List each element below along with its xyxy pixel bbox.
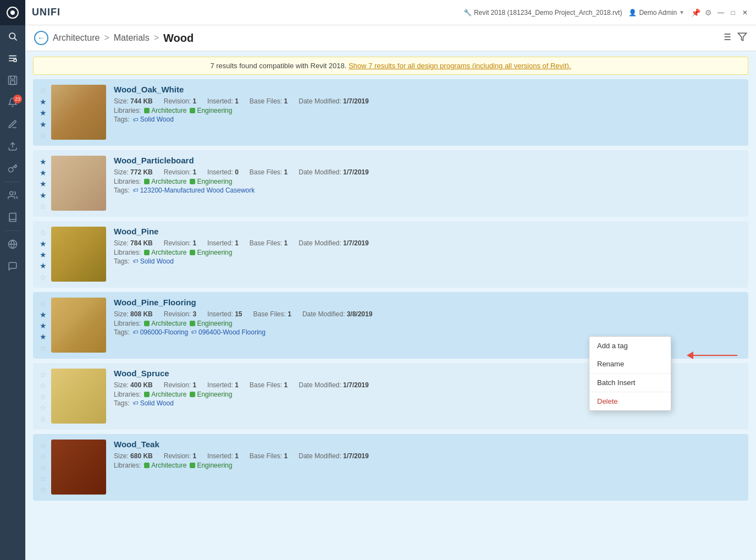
context-menu-rename[interactable]: Rename — [589, 355, 671, 373]
library-architecture[interactable]: Architecture — [144, 391, 186, 398]
star-4[interactable]: ★ — [40, 332, 47, 342]
star-2[interactable]: ☆ — [40, 381, 47, 391]
star-5[interactable]: ☆ — [40, 272, 47, 282]
context-menu-add-tag[interactable]: Add a tag — [589, 337, 671, 355]
tag-wood-flooring[interactable]: 096400-Wood Flooring — [191, 328, 266, 336]
library-engineering[interactable]: Engineering — [190, 391, 232, 398]
breadcrumb-architecture[interactable]: Architecture — [53, 33, 100, 43]
star-3[interactable]: ☆ — [40, 392, 47, 402]
star-3[interactable]: ★ — [40, 108, 47, 118]
inserted-label: Inserted: 0 — [207, 168, 239, 176]
context-menu-delete[interactable]: Delete — [589, 392, 671, 410]
user-dropdown-icon[interactable]: ▼ — [679, 9, 685, 15]
sidebar-item-key[interactable] — [0, 157, 25, 179]
star-4[interactable]: ★ — [40, 261, 47, 271]
breadcrumb-back-button[interactable]: ← — [34, 31, 48, 45]
table-row: ☆ ★ ★ ★ ☆ Wood_Oak_White Size: 744 KB Re… — [33, 79, 748, 146]
star-5[interactable]: ☆ — [40, 130, 47, 140]
list-view-icon[interactable] — [721, 31, 732, 45]
app-logo — [0, 0, 25, 25]
sidebar-item-notifications[interactable]: 23 — [0, 91, 25, 113]
star-4[interactable]: ☆ — [40, 474, 47, 484]
arrow-head — [687, 352, 693, 359]
star-4[interactable]: ★ — [40, 190, 47, 200]
star-2[interactable]: ★ — [40, 168, 47, 178]
star-1[interactable]: ☆ — [40, 299, 47, 309]
revision-label: Revision: 1 — [164, 239, 196, 247]
item-name: Wood_Particleboard — [114, 156, 742, 165]
library-architecture[interactable]: Architecture — [144, 249, 186, 256]
star-3[interactable]: ☆ — [40, 463, 47, 473]
sidebar-item-browse[interactable] — [0, 47, 25, 69]
library-architecture[interactable]: Architecture — [144, 320, 186, 327]
library-engineering[interactable]: Engineering — [190, 107, 232, 114]
item-tags: Tags: 123200-Manufactured Wood Casework — [114, 186, 742, 194]
library-engineering[interactable]: Engineering — [190, 249, 232, 256]
star-2[interactable]: ★ — [40, 97, 47, 107]
star-5[interactable]: ☆ — [40, 201, 47, 211]
base-files-label: Base Files: 1 — [253, 310, 291, 318]
svg-rect-4 — [14, 59, 16, 62]
star-4[interactable]: ★ — [40, 119, 47, 129]
library-engineering[interactable]: Engineering — [190, 178, 232, 185]
banner-text: 7 results found compatible with Revit 20… — [210, 62, 346, 70]
svg-marker-14 — [738, 33, 747, 41]
filter-icon[interactable] — [737, 32, 747, 45]
star-1[interactable]: ★ — [40, 157, 47, 167]
sidebar-item-chat[interactable] — [0, 255, 25, 277]
star-3[interactable]: ★ — [40, 250, 47, 260]
sidebar-item-search[interactable] — [0, 25, 25, 47]
star-1[interactable]: ☆ — [40, 228, 47, 238]
date-modified-label: Date Modified: 1/7/2019 — [299, 168, 368, 176]
star-5[interactable]: ☆ — [40, 343, 47, 353]
sidebar-item-upload[interactable] — [0, 135, 25, 157]
pin-icon[interactable]: 📌 — [691, 8, 700, 17]
star-4[interactable]: ☆ — [40, 403, 47, 413]
close-button[interactable]: ✕ — [741, 8, 749, 17]
tag-solid-wood[interactable]: Solid Wood — [133, 399, 174, 407]
star-5[interactable]: ☆ — [40, 414, 47, 424]
library-architecture[interactable]: Architecture — [144, 107, 186, 114]
base-files-label: Base Files: 1 — [250, 97, 288, 105]
star-1[interactable]: ☆ — [40, 86, 47, 96]
star-3[interactable]: ★ — [40, 179, 47, 189]
tag-flooring[interactable]: 096000-Flooring — [133, 328, 188, 336]
item-libraries: Libraries: Architecture Engineering — [114, 107, 742, 114]
breadcrumb-sep-1: > — [104, 33, 109, 43]
show-all-link[interactable]: Show 7 results for all design programs (… — [349, 62, 571, 70]
star-rating-pine: ☆ ★ ★ ★ ☆ — [40, 227, 47, 282]
minimize-button[interactable]: — — [716, 8, 725, 17]
star-5[interactable]: ☆ — [40, 485, 47, 495]
breadcrumb-current: Wood — [163, 32, 194, 45]
star-1[interactable]: ☆ — [40, 370, 47, 380]
size-label: Size: 680 KB — [114, 452, 153, 460]
batch-insert-label: Batch Insert — [597, 378, 635, 387]
library-architecture[interactable]: Architecture — [144, 462, 186, 469]
star-2[interactable]: ☆ — [40, 452, 47, 462]
tag-solid-wood[interactable]: Solid Wood — [133, 116, 174, 123]
sidebar-item-library[interactable] — [0, 206, 25, 228]
star-2[interactable]: ★ — [40, 239, 47, 249]
library-architecture[interactable]: Architecture — [144, 178, 186, 185]
user-info[interactable]: 👤 Demo Admin ▼ — [628, 9, 685, 17]
sidebar-item-users[interactable] — [0, 184, 25, 206]
settings-icon[interactable]: ⚙ — [705, 8, 712, 17]
tag-solid-wood[interactable]: Solid Wood — [133, 257, 174, 265]
library-engineering[interactable]: Engineering — [190, 320, 232, 327]
sidebar-item-save[interactable] — [0, 69, 25, 91]
date-modified-label: Date Modified: 3/8/2019 — [302, 310, 372, 318]
context-menu-batch-insert[interactable]: Batch Insert — [589, 374, 671, 392]
star-2[interactable]: ★ — [40, 310, 47, 320]
maximize-button[interactable]: □ — [729, 8, 737, 17]
sidebar-item-edit[interactable] — [0, 113, 25, 135]
star-3[interactable]: ★ — [40, 321, 47, 331]
table-row: ☆ ☆ ☆ ☆ ☆ Wood_Teak Size: 680 KB Revisio… — [33, 434, 748, 501]
tag-manufactured-wood[interactable]: 123200-Manufactured Wood Casework — [133, 186, 255, 194]
content-area: 7 results found compatible with Revit 20… — [25, 51, 756, 560]
revision-label: Revision: 3 — [164, 310, 196, 318]
breadcrumb-materials[interactable]: Materials — [114, 33, 150, 43]
svg-point-6 — [10, 191, 13, 195]
library-engineering[interactable]: Engineering — [190, 462, 232, 469]
star-1[interactable]: ☆ — [40, 441, 47, 451]
sidebar-item-globe[interactable] — [0, 233, 25, 255]
